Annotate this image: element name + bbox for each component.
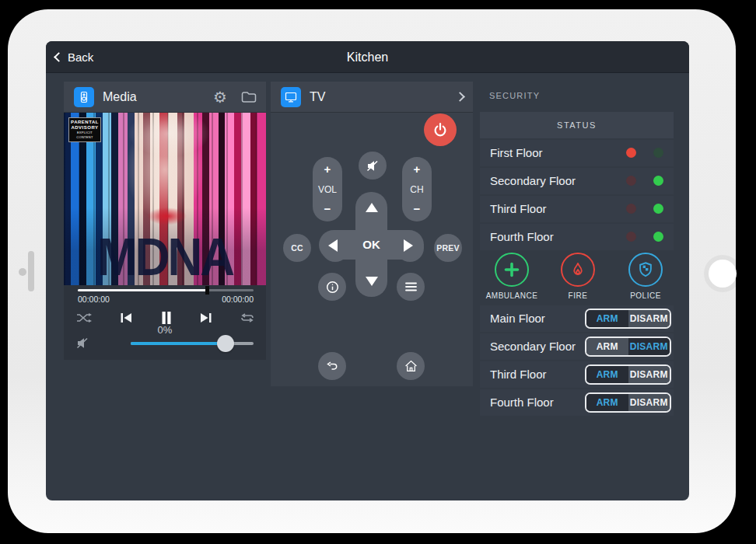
police-shield-icon[interactable] (628, 253, 663, 287)
disarm-button[interactable]: DISARM (628, 338, 670, 355)
ambulance-plus-icon[interactable] (495, 253, 529, 287)
tv-mute-button[interactable] (359, 152, 387, 180)
volume-percent: 0% (64, 324, 266, 336)
tv-icon (281, 87, 301, 107)
floor-label: Fourth Floor (490, 389, 554, 416)
dpad-down-icon[interactable] (366, 277, 378, 286)
dpad-right-icon[interactable] (404, 239, 413, 252)
alarm-green-indicator (653, 204, 663, 214)
arm-disarm-toggle[interactable]: ARM DISARM (585, 309, 671, 329)
media-title: Media (103, 90, 199, 104)
power-button[interactable] (424, 113, 457, 146)
vol-minus-label[interactable]: − (324, 204, 331, 214)
status-row: Third Floor (480, 196, 674, 222)
disarm-button[interactable]: DISARM (628, 310, 670, 327)
arm-row: Fourth Floor ARM DISARM (480, 389, 674, 416)
progress-fill (78, 289, 208, 291)
tv-title: TV (310, 90, 457, 104)
status-header: STATUS (480, 112, 674, 138)
arm-row: Third Floor ARM DISARM (480, 361, 674, 388)
list-menu-button[interactable] (397, 273, 425, 301)
disarm-button[interactable]: DISARM (628, 394, 670, 411)
alarm-green-indicator (653, 232, 663, 242)
arm-button[interactable]: ARM (586, 338, 628, 355)
volume-fill (131, 342, 226, 345)
prev-label: PREV (436, 243, 459, 253)
arm-row: Secondary Floor ARM DISARM (480, 333, 674, 360)
arm-button[interactable]: ARM (586, 310, 628, 327)
alarm-red-indicator (626, 148, 636, 158)
dpad-left-icon[interactable] (328, 239, 338, 252)
progress-bar[interactable] (78, 289, 254, 291)
tv-panel-header[interactable]: TV (271, 82, 473, 113)
volume-handle[interactable] (217, 335, 234, 352)
alarm-red-indicator (626, 232, 636, 242)
status-row: First Floor (480, 140, 674, 166)
advisory-line1: PARENTAL (70, 120, 100, 125)
disarm-button[interactable]: DISARM (628, 366, 670, 383)
volume-slider[interactable] (131, 342, 254, 345)
chevron-right-icon[interactable] (455, 92, 465, 102)
mute-speaker-icon[interactable] (76, 337, 89, 349)
ok-button[interactable]: OK (355, 230, 387, 260)
arm-button[interactable]: ARM (586, 366, 628, 383)
repeat-button[interactable] (240, 312, 255, 323)
ch-minus-label[interactable]: − (414, 204, 421, 214)
dpad-up-icon[interactable] (366, 203, 378, 212)
ch-plus-label[interactable]: + (414, 164, 421, 175)
floor-label: Secondary Floor (490, 168, 576, 194)
vol-label: VOL (318, 184, 337, 195)
fire-flame-icon[interactable] (561, 253, 595, 287)
side-switch[interactable] (28, 251, 34, 291)
previous-track-button[interactable] (120, 312, 133, 323)
floor-label: Third Floor (490, 361, 547, 388)
media-controls: 00:00:00 00:00:00 (64, 285, 266, 360)
police-button[interactable]: POLICE (628, 253, 663, 287)
arm-disarm-toggle[interactable]: ARM DISARM (585, 364, 671, 385)
progress-handle[interactable] (205, 286, 209, 295)
shuffle-button[interactable] (76, 312, 93, 323)
pause-button[interactable] (160, 311, 173, 325)
home-button[interactable] (709, 260, 737, 288)
return-button[interactable] (318, 352, 346, 380)
desktop: { "nav": { "back_label": "Back", "title"… (0, 0, 756, 544)
elapsed-time: 00:00:00 (78, 295, 110, 304)
arm-button[interactable]: ARM (586, 394, 628, 411)
ch-label: CH (410, 184, 423, 195)
info-button[interactable] (318, 273, 346, 301)
security-section-label: SECURITY (489, 91, 540, 100)
floor-label: Secondary Floor (490, 333, 576, 360)
screen: Back Kitchen Media ⚙ (46, 41, 689, 500)
cc-button[interactable]: CC (283, 234, 311, 262)
album-title-text: MDNA (64, 228, 266, 285)
total-time: 00:00:00 (222, 295, 254, 304)
arm-disarm-toggle[interactable]: ARM DISARM (585, 337, 671, 357)
volume-rocker[interactable]: + VOL − (313, 157, 342, 221)
tv-remote: + VOL − + CH − Input (271, 113, 473, 386)
advisory-line2: ADVISORY (70, 125, 100, 131)
media-panel: Media ⚙ MDNA PARENTAL ADVISORY EXPLICIT … (64, 82, 266, 360)
cc-label: CC (291, 243, 303, 253)
fire-button[interactable]: FIRE (561, 253, 595, 287)
advisory-line3: EXPLICIT CONTENT (70, 131, 100, 140)
page-title: Kitchen (46, 41, 689, 73)
floor-label: First Floor (490, 140, 543, 166)
floor-label: Third Floor (490, 196, 547, 222)
vol-plus-label[interactable]: + (324, 164, 331, 175)
police-label: POLICE (603, 291, 688, 300)
channel-rocker[interactable]: + CH − (402, 157, 432, 221)
ambulance-button[interactable]: AMBULANCE (495, 253, 529, 287)
arm-disarm-toggle[interactable]: ARM DISARM (585, 392, 671, 413)
parental-advisory-badge: PARENTAL ADVISORY EXPLICIT CONTENT (68, 117, 101, 142)
tv-home-button[interactable] (397, 352, 425, 380)
speaker-icon (74, 87, 94, 107)
folder-icon[interactable] (241, 91, 257, 103)
arm-row: Main Floor ARM DISARM (480, 305, 674, 332)
prev-button[interactable]: PREV (434, 234, 462, 262)
alarm-red-indicator (626, 176, 636, 186)
next-track-button[interactable] (199, 312, 212, 323)
navbar: Back Kitchen (46, 41, 689, 73)
settings-gear-icon[interactable]: ⚙ (213, 89, 227, 105)
tablet-frame: Back Kitchen Media ⚙ (8, 9, 736, 533)
status-row: Secondary Floor (480, 168, 674, 194)
